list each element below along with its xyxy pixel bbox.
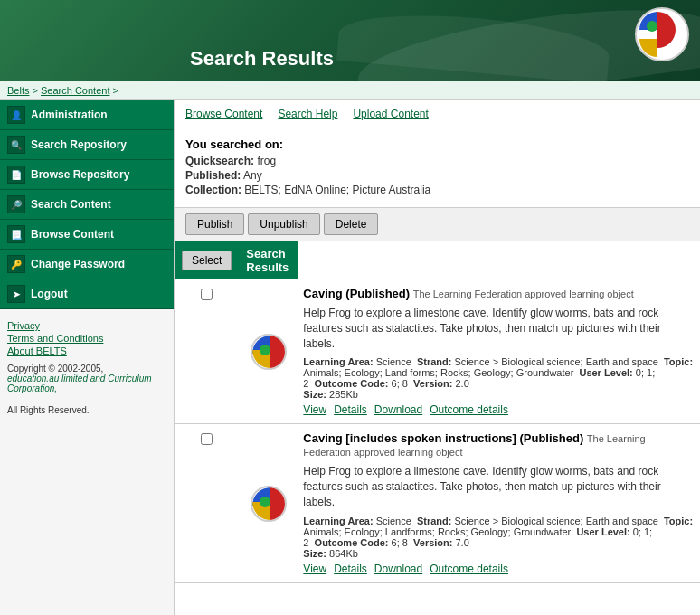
download-link[interactable]: Download: [374, 563, 422, 575]
thumbnail-cell: [239, 424, 298, 582]
results-table: Select Search Results Caving (Published)…: [175, 241, 700, 583]
search-info: You searched on: Quicksearch: frog Publi…: [175, 128, 700, 208]
sidebar-item-label: Browse Repository: [31, 168, 129, 181]
sidebar-item-browse-repository[interactable]: 📄 Browse Repository: [0, 160, 174, 190]
main-content: Browse Content Search Help Upload Conten…: [175, 100, 700, 615]
row-checkbox-cell: [175, 279, 239, 424]
top-nav: Browse Content Search Help Upload Conten…: [175, 100, 700, 128]
table-row: Caving [includes spoken instructions] (P…: [175, 424, 700, 582]
upload-content-link[interactable]: Upload Content: [345, 108, 435, 120]
view-link[interactable]: View: [303, 403, 326, 416]
sidebar-item-logout[interactable]: ➤ Logout: [0, 279, 174, 309]
result-meta: Learning Area: Science Strand: Science >…: [303, 356, 695, 400]
search-heading: You searched on:: [185, 137, 689, 151]
breadcrumb-belts[interactable]: Belts: [7, 85, 29, 96]
action-bar: Publish Unpublish Delete: [175, 208, 700, 241]
sidebar-item-label: Search Content: [31, 198, 111, 211]
result-title: Caving [includes spoken instructions] (P…: [303, 431, 695, 459]
thumbnail-icon: [251, 334, 287, 370]
admin-icon: 👤: [7, 106, 25, 124]
row-checkbox[interactable]: [201, 289, 213, 300]
breadcrumb: Belts > Search Content >: [0, 81, 700, 100]
sidebar-item-administration[interactable]: 👤 Administration: [0, 100, 174, 130]
result-links: ViewDetailsDownloadOutcome details: [303, 403, 695, 416]
result-description: Help Frog to explore a limestone cave. I…: [303, 464, 695, 509]
results-header-row: Select Search Results: [175, 241, 700, 279]
result-title-text: Caving (Published): [303, 287, 410, 300]
password-icon: 🔑: [7, 255, 25, 273]
sidebar-footer: Privacy Terms and Conditions About BELTS…: [0, 309, 174, 426]
unpublish-button[interactable]: Unpublish: [248, 213, 319, 235]
sidebar-item-label: Search Repository: [31, 138, 127, 151]
browse-content-link[interactable]: Browse Content: [185, 108, 270, 120]
breadcrumb-search-content[interactable]: Search Content: [41, 85, 109, 96]
table-row: Caving (Published) The Learning Federati…: [175, 279, 700, 424]
sidebar: 👤 Administration 🔍 Search Repository 📄 B…: [0, 100, 175, 615]
logo: [635, 7, 689, 62]
header: Search Results: [0, 0, 700, 81]
results-column-header: Search Results: [239, 241, 298, 279]
search-help-link[interactable]: Search Help: [270, 108, 345, 120]
sidebar-item-browse-content[interactable]: 📃 Browse Content: [0, 220, 174, 250]
about-link[interactable]: About BELTS: [7, 345, 166, 356]
delete-button[interactable]: Delete: [324, 213, 379, 235]
sidebar-item-search-repository[interactable]: 🔍 Search Repository: [0, 130, 174, 160]
sidebar-item-change-password[interactable]: 🔑 Change Password: [0, 250, 174, 279]
result-org: The Learning Federation approved learnin…: [413, 289, 634, 299]
select-button[interactable]: Select: [182, 251, 232, 270]
quicksearch-info: Quicksearch: frog: [185, 155, 689, 167]
download-link[interactable]: Download: [374, 403, 422, 416]
row-checkbox-cell: [175, 424, 239, 582]
sidebar-item-label: Logout: [31, 288, 68, 300]
select-header: Select: [175, 241, 239, 279]
search-content-icon: 🔎: [7, 195, 25, 213]
sidebar-item-label: Browse Content: [31, 228, 114, 241]
result-title-text: Caving [includes spoken instructions] (P…: [303, 431, 583, 445]
row-checkbox[interactable]: [201, 433, 213, 445]
sidebar-item-label: Administration: [31, 109, 108, 121]
collection-info: Collection: BELTS; EdNA Online; Picture …: [185, 184, 689, 196]
logout-icon: ➤: [7, 285, 25, 303]
privacy-link[interactable]: Privacy: [7, 320, 166, 331]
result-content-cell: Caving (Published) The Learning Federati…: [298, 279, 700, 424]
copyright-text: Copyright © 2002-2005, education.au limi…: [7, 364, 166, 415]
result-links: ViewDetailsDownloadOutcome details: [303, 563, 695, 575]
result-meta: Learning Area: Science Strand: Science >…: [303, 516, 695, 559]
thumbnail-cell: [239, 279, 298, 424]
terms-link[interactable]: Terms and Conditions: [7, 333, 166, 344]
sidebar-item-search-content[interactable]: 🔎 Search Content: [0, 190, 174, 220]
page-title: Search Results: [190, 47, 334, 71]
thumbnail-icon: [251, 486, 287, 522]
published-info: Published: Any: [185, 169, 689, 182]
company-link[interactable]: education.au limited and Curriculum Corp…: [7, 374, 166, 393]
browse-repo-icon: 📄: [7, 166, 25, 184]
sidebar-item-label: Change Password: [31, 258, 125, 270]
details-link[interactable]: Details: [334, 403, 367, 416]
publish-button[interactable]: Publish: [185, 213, 244, 235]
view-link[interactable]: View: [303, 563, 326, 575]
outcome-details-link[interactable]: Outcome details: [430, 563, 508, 575]
result-content-cell: Caving [includes spoken instructions] (P…: [298, 424, 700, 582]
result-description: Help Frog to explore a limestone cave. I…: [303, 306, 695, 351]
outcome-details-link[interactable]: Outcome details: [430, 403, 508, 416]
search-repo-icon: 🔍: [7, 136, 25, 154]
browse-content-icon: 📃: [7, 225, 25, 243]
result-title: Caving (Published) The Learning Federati…: [303, 287, 695, 300]
details-link[interactable]: Details: [334, 563, 367, 575]
